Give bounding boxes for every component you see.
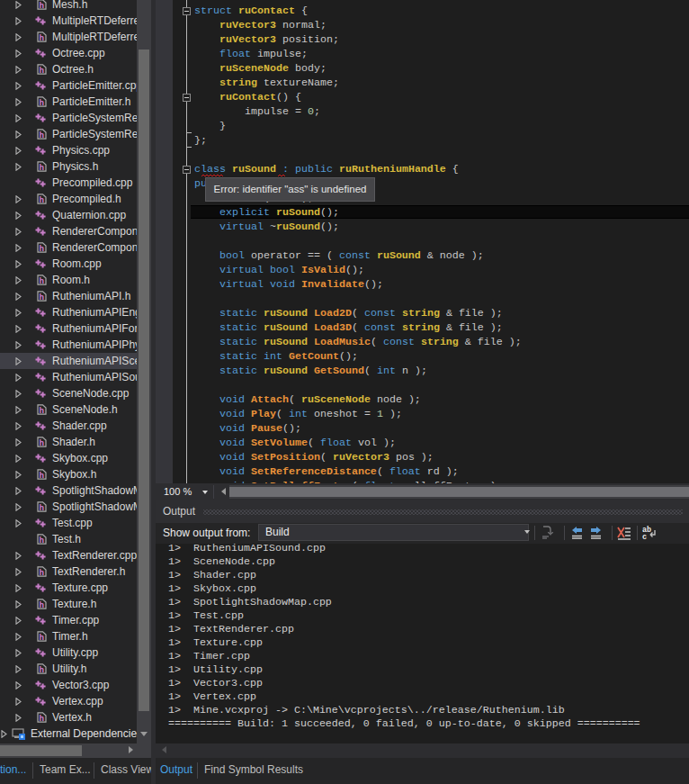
svg-text:h: h	[39, 406, 44, 415]
svg-text:h: h	[39, 536, 44, 545]
svg-text:h: h	[39, 665, 44, 674]
svg-text:h: h	[39, 438, 44, 447]
svg-text:h: h	[39, 714, 44, 723]
svg-text:h: h	[39, 293, 44, 302]
svg-text:h: h	[39, 195, 44, 204]
svg-text:h: h	[39, 1, 44, 10]
svg-text:h: h	[39, 276, 44, 285]
svg-text:h: h	[39, 163, 44, 172]
svg-text:c: c	[642, 533, 647, 540]
svg-text:h: h	[39, 568, 44, 577]
svg-text:h: h	[39, 244, 44, 253]
svg-text:h: h	[39, 131, 44, 140]
svg-text:h: h	[39, 471, 44, 480]
svg-text:h: h	[39, 33, 44, 42]
svg-text:h: h	[39, 600, 44, 609]
svg-text:h: h	[39, 503, 44, 512]
svg-text:h: h	[39, 66, 44, 75]
svg-text:h: h	[39, 633, 44, 642]
svg-text:h: h	[39, 98, 44, 107]
